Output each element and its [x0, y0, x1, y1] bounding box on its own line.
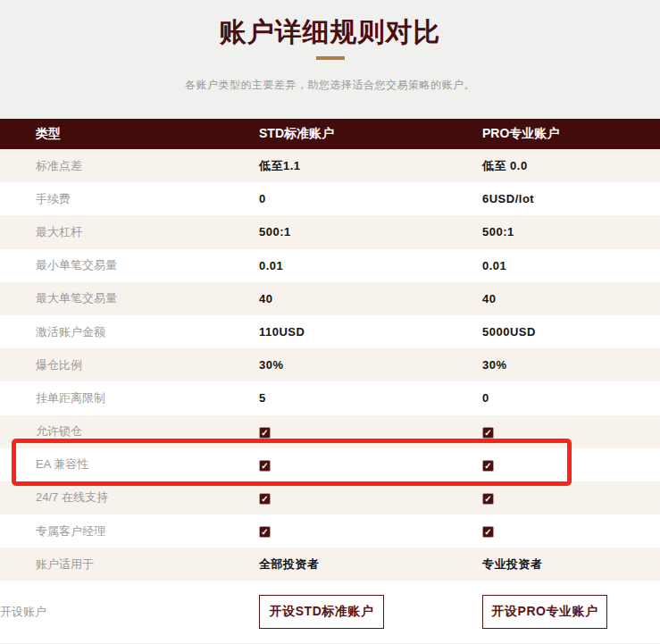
- account-comparison-table: 类型 STD标准账户 PRO专业账户 标准点差 低至1.1 低至 0.0 手续费…: [0, 119, 660, 643]
- row-label: 账户适用于: [0, 556, 259, 573]
- table-row: 爆仓比例 30% 30%: [0, 348, 660, 381]
- std-value: 0: [259, 192, 482, 205]
- table-row: 账户适用于 全部投资者 专业投资者: [0, 548, 660, 581]
- checkbox-checked-icon[interactable]: ✓: [259, 526, 271, 538]
- std-value: 110USD: [259, 325, 482, 339]
- checkbox-checked-icon[interactable]: ✓: [482, 427, 494, 439]
- checkbox-checked-icon[interactable]: ✓: [482, 460, 494, 472]
- std-value: 低至1.1: [259, 158, 482, 174]
- row-label: 手续费: [0, 191, 259, 207]
- column-header-std-account: STD标准账户: [259, 126, 482, 142]
- row-label: 激活账户金额: [0, 324, 259, 340]
- page-subtitle: 各账户类型的主要差异，助您选择适合您交易策略的账户。: [0, 78, 660, 93]
- pro-value: 5000USD: [482, 325, 660, 339]
- gold-divider: [316, 56, 345, 60]
- pro-value: 低至 0.0: [482, 158, 660, 174]
- pro-value: 0.01: [482, 259, 660, 272]
- table-row: 24/7 在线支持 ✓ ✓: [0, 481, 660, 514]
- row-label: 标准点差: [0, 158, 259, 174]
- checkbox-checked-icon[interactable]: ✓: [259, 460, 271, 472]
- row-label: EA 兼容性: [0, 456, 259, 473]
- table-row: 最大杠杆 500:1 500:1: [0, 215, 660, 248]
- pro-value: 专业投资者: [482, 556, 660, 573]
- std-value: 500:1: [259, 225, 482, 238]
- open-std-account-button[interactable]: 开设STD标准账户: [259, 595, 384, 629]
- row-label: 最小单笔交易量: [0, 257, 259, 273]
- page-header: 账户详细规则对比 各账户类型的主要差异，助您选择适合您交易策略的账户。: [0, 0, 660, 119]
- table-row: 手续费 0 6USD/lot: [0, 182, 660, 215]
- table-row: 挂单距离限制 5 0: [0, 381, 660, 414]
- column-header-type: 类型: [0, 126, 259, 142]
- row-label: 24/7 在线支持: [0, 489, 259, 506]
- table-row-ea-compatibility: EA 兼容性 ✓ ✓: [0, 448, 660, 481]
- pro-value: 30%: [482, 358, 660, 372]
- checkbox-checked-icon[interactable]: ✓: [482, 526, 494, 538]
- std-value: 全部投资者: [259, 556, 482, 573]
- pro-value: 6USD/lot: [482, 192, 660, 205]
- table-row: 最大单笔交易量 40 40: [0, 282, 660, 315]
- checkbox-checked-icon[interactable]: ✓: [482, 493, 494, 505]
- table-header-row: 类型 STD标准账户 PRO专业账户: [0, 119, 660, 149]
- std-value: 5: [259, 391, 482, 405]
- std-value: 40: [259, 292, 482, 305]
- row-label: 爆仓比例: [0, 357, 259, 373]
- pro-value: 500:1: [482, 225, 660, 238]
- pro-value: 0: [482, 391, 660, 405]
- checkbox-checked-icon[interactable]: ✓: [259, 427, 271, 439]
- table-row: 最小单笔交易量 0.01 0.01: [0, 249, 660, 282]
- open-pro-account-button[interactable]: 开设PRO专业账户: [482, 595, 607, 629]
- std-value: 30%: [259, 358, 482, 372]
- column-header-pro-account: PRO专业账户: [482, 126, 660, 142]
- std-value: 0.01: [259, 259, 482, 272]
- page-title: 账户详细规则对比: [0, 17, 660, 47]
- row-label: 专属客户经理: [0, 523, 259, 539]
- row-label: 挂单距离限制: [0, 390, 259, 406]
- table-row: 允许锁仓 ✓ ✓: [0, 415, 660, 448]
- row-label: 允许锁仓: [0, 423, 259, 439]
- row-label: 最大单笔交易量: [0, 290, 259, 306]
- row-label: 最大杠杆: [0, 224, 259, 240]
- table-row: 标准点差 低至1.1 低至 0.0: [0, 149, 660, 182]
- table-row: 专属客户经理 ✓ ✓: [0, 514, 660, 548]
- row-label: 开设账户: [0, 604, 259, 620]
- checkbox-checked-icon[interactable]: ✓: [259, 493, 271, 505]
- table-row: 激活账户金额 110USD 5000USD: [0, 315, 660, 348]
- pro-value: 40: [482, 292, 660, 305]
- table-row-open-account: 开设账户 开设STD标准账户 开设PRO专业账户: [0, 581, 660, 643]
